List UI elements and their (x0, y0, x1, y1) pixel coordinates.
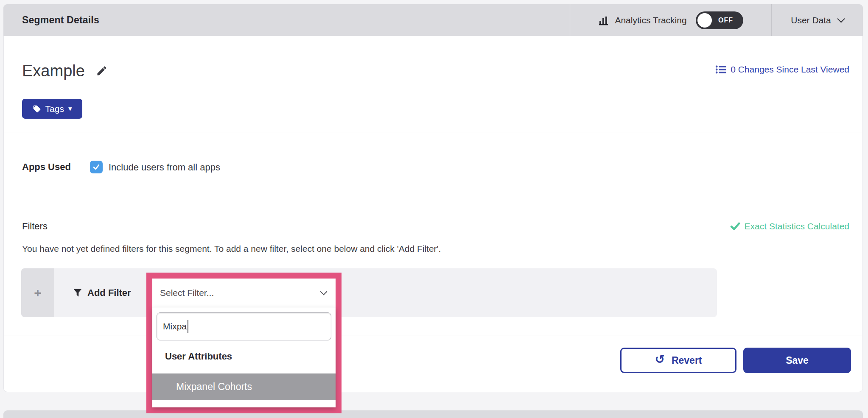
dropdown-option-label: Mixpanel Cohorts (176, 381, 252, 393)
changes-since-last-viewed-link[interactable]: 0 Changes Since Last Viewed (715, 64, 849, 75)
check-icon (92, 163, 101, 171)
revert-icon: ↺ (655, 354, 664, 365)
add-filter-label-group: Add Filter (73, 268, 131, 317)
changes-link-label: 0 Changes Since Last Viewed (731, 64, 849, 75)
chevron-down-icon (320, 288, 328, 295)
revert-button-label: Revert (672, 355, 702, 366)
segment-name-row: Example (22, 59, 108, 82)
text-cursor (188, 320, 188, 333)
save-button-label: Save (786, 355, 809, 366)
dropdown-option-mixpanel-cohorts[interactable]: Mixpanel Cohorts (152, 373, 336, 400)
analytics-tracking-toggle[interactable]: OFF (696, 11, 743, 29)
list-icon (715, 65, 726, 74)
save-button[interactable]: Save (743, 348, 851, 373)
add-filter-plus-button[interactable]: + (21, 268, 54, 317)
chevron-down-icon (837, 15, 845, 22)
caret-down-icon: ▾ (68, 105, 72, 112)
revert-button[interactable]: ↺ Revert (620, 348, 736, 373)
filters-title: Filters (22, 221, 48, 232)
filter-dropdown-wrap: Select Filter... Mixpa User Attributes M… (152, 279, 336, 407)
filter-dropdown-panel: Mixpa User Attributes Mixpanel Cohorts (152, 307, 336, 407)
section-divider (3, 194, 863, 194)
filters-empty-message: You have not yet defined filters for thi… (22, 244, 441, 254)
annotation-highlight-box: Select Filter... Mixpa User Attributes M… (146, 273, 342, 413)
select-filter-value: Select Filter... (160, 288, 214, 298)
filter-search-value: Mixpa (163, 321, 187, 332)
tags-button-label: Tags (45, 104, 64, 114)
filter-search-input[interactable]: Mixpa (157, 312, 331, 340)
section-divider (3, 133, 863, 133)
next-panel-header-strip (3, 410, 863, 418)
exact-statistics-label: Exact Statistics Calculated (745, 221, 849, 231)
user-data-dropdown[interactable]: User Data (772, 4, 863, 36)
section-divider (3, 335, 863, 335)
bar-chart-icon (598, 15, 609, 25)
include-all-apps-checkbox[interactable] (90, 161, 103, 173)
include-all-apps-label: Include users from all apps (109, 162, 220, 173)
segment-details-page: Segment Details Analytics Tracking OFF U… (0, 0, 868, 418)
pencil-icon (96, 65, 108, 77)
check-icon (730, 222, 740, 231)
dropdown-group-header: User Attributes (165, 351, 336, 362)
edit-name-button[interactable] (96, 65, 108, 77)
plus-icon: + (34, 287, 42, 299)
select-filter-dropdown[interactable]: Select Filter... (152, 279, 336, 307)
page-title: Segment Details (22, 14, 99, 26)
tag-icon (33, 105, 41, 113)
tags-button[interactable]: Tags ▾ (22, 99, 82, 119)
exact-statistics-status: Exact Statistics Calculated (730, 221, 849, 231)
toggle-state-label: OFF (718, 17, 735, 24)
add-filter-label: Add Filter (87, 287, 131, 298)
apps-used-label: Apps Used (22, 162, 71, 173)
funnel-icon (73, 288, 82, 298)
user-data-label: User Data (791, 15, 831, 25)
analytics-tracking-group: Analytics Tracking OFF (570, 4, 771, 36)
segment-name: Example (22, 62, 85, 80)
card-header-title-wrap: Segment Details (3, 4, 570, 36)
toggle-knob (697, 13, 712, 28)
analytics-tracking-label: Analytics Tracking (615, 15, 686, 25)
segment-details-card (3, 4, 863, 392)
add-filter-row: + Add Filter (21, 268, 717, 317)
card-header: Segment Details Analytics Tracking OFF U… (3, 4, 863, 36)
